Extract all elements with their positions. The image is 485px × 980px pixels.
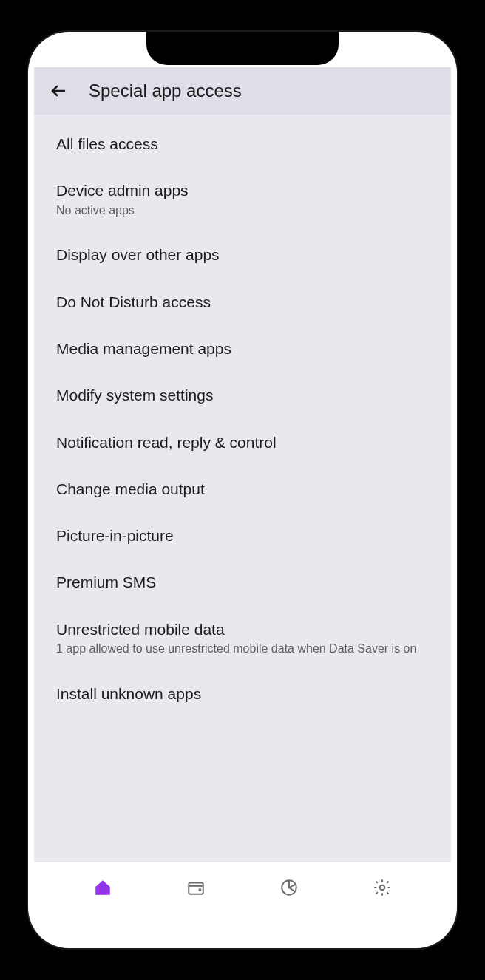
back-button[interactable]: [49, 81, 68, 101]
item-modify-system-settings[interactable]: Modify system settings: [34, 372, 451, 418]
arrow-left-icon: [50, 82, 67, 100]
svg-point-5: [380, 885, 385, 891]
item-media-management-apps[interactable]: Media management apps: [34, 325, 451, 372]
list-item-title: Modify system settings: [56, 385, 429, 405]
list-item-title: Media management apps: [56, 338, 429, 358]
svg-rect-1: [189, 883, 203, 894]
screen: Special app access All files access Devi…: [34, 67, 451, 913]
pie-chart-icon: [279, 878, 299, 897]
item-device-admin-apps[interactable]: Device admin apps No active apps: [34, 167, 451, 231]
list-item-title: Change media output: [56, 479, 429, 499]
wallet-icon: [186, 878, 206, 897]
nav-wallet[interactable]: [181, 873, 211, 902]
page-title: Special app access: [89, 81, 242, 101]
gear-icon: [373, 878, 392, 897]
bottom-navigation: [34, 862, 451, 913]
nav-chart[interactable]: [274, 873, 304, 902]
list-item-subtitle: No active apps: [56, 203, 429, 219]
list-item-title: Unrestricted mobile data: [56, 619, 429, 639]
list-item-title: Picture-in-picture: [56, 525, 429, 545]
item-unrestricted-mobile-data[interactable]: Unrestricted mobile data 1 app allowed t…: [34, 606, 451, 670]
item-install-unknown-apps[interactable]: Install unknown apps: [34, 670, 451, 717]
app-header: Special app access: [34, 67, 451, 115]
phone-frame: Special app access All files access Devi…: [28, 32, 457, 948]
item-all-files-access[interactable]: All files access: [34, 120, 451, 167]
item-display-over-other-apps[interactable]: Display over other apps: [34, 231, 451, 278]
item-change-media-output[interactable]: Change media output: [34, 466, 451, 512]
svg-point-3: [199, 889, 200, 891]
list-item-title: Notification read, reply & control: [56, 432, 429, 452]
item-do-not-disturb-access[interactable]: Do Not Disturb access: [34, 279, 451, 325]
settings-list: All files access Device admin apps No ac…: [34, 115, 451, 862]
nav-home[interactable]: [88, 873, 118, 902]
item-picture-in-picture[interactable]: Picture-in-picture: [34, 512, 451, 559]
list-item-title: Device admin apps: [56, 180, 429, 200]
list-item-title: Display over other apps: [56, 245, 429, 265]
list-item-title: Install unknown apps: [56, 684, 429, 704]
nav-settings[interactable]: [367, 873, 397, 902]
item-notification-read-reply-control[interactable]: Notification read, reply & control: [34, 419, 451, 466]
list-item-title: Do Not Disturb access: [56, 292, 429, 312]
phone-notch: [146, 32, 339, 65]
home-icon: [93, 878, 112, 897]
list-item-title: Premium SMS: [56, 572, 429, 592]
list-item-subtitle: 1 app allowed to use unrestricted mobile…: [56, 642, 429, 657]
item-premium-sms[interactable]: Premium SMS: [34, 559, 451, 605]
list-item-title: All files access: [56, 134, 429, 154]
